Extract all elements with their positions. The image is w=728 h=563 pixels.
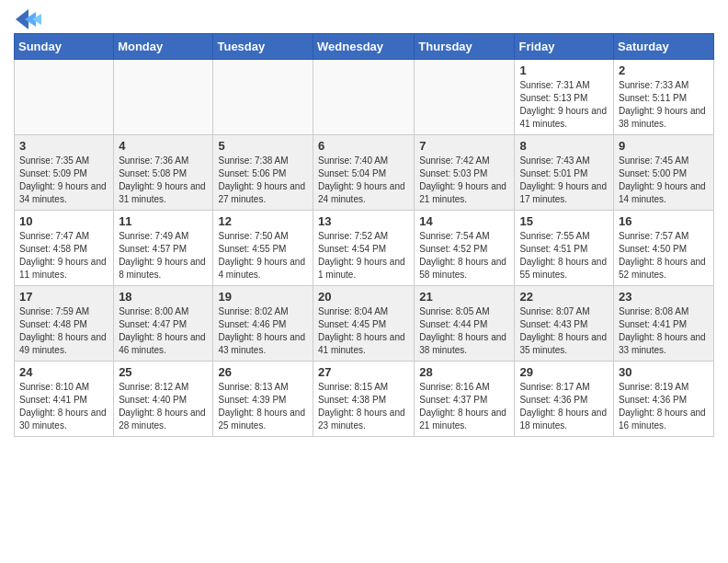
col-header-saturday: Saturday — [614, 34, 714, 60]
day-info: Sunrise: 7:47 AM Sunset: 4:58 PM Dayligh… — [19, 230, 108, 282]
day-info: Sunrise: 8:12 AM Sunset: 4:40 PM Dayligh… — [119, 381, 208, 432]
calendar-table: SundayMondayTuesdayWednesdayThursdayFrid… — [14, 33, 714, 437]
col-header-wednesday: Wednesday — [313, 34, 415, 60]
day-info: Sunrise: 8:07 AM Sunset: 4:43 PM Dayligh… — [519, 305, 609, 357]
day-info: Sunrise: 7:57 AM Sunset: 4:50 PM Dayligh… — [619, 230, 709, 282]
day-info: Sunrise: 8:04 AM Sunset: 4:45 PM Dayligh… — [318, 305, 409, 357]
day-number: 3 — [19, 139, 108, 153]
day-number: 24 — [19, 365, 108, 379]
logo-icon — [16, 9, 41, 29]
day-info: Sunrise: 8:05 AM Sunset: 4:44 PM Dayligh… — [419, 305, 509, 357]
day-info: Sunrise: 7:40 AM Sunset: 5:04 PM Dayligh… — [318, 155, 409, 206]
page: SundayMondayTuesdayWednesdayThursdayFrid… — [0, 0, 728, 446]
calendar-cell: 10Sunrise: 7:47 AM Sunset: 4:58 PM Dayli… — [15, 211, 114, 286]
day-number: 10 — [19, 214, 108, 228]
calendar-cell: 18Sunrise: 8:00 AM Sunset: 4:47 PM Dayli… — [114, 286, 213, 362]
calendar-cell: 12Sunrise: 7:50 AM Sunset: 4:55 PM Dayli… — [213, 211, 313, 286]
day-number: 7 — [419, 139, 509, 153]
day-info: Sunrise: 7:31 AM Sunset: 5:13 PM Dayligh… — [519, 79, 609, 131]
calendar-cell: 7Sunrise: 7:42 AM Sunset: 5:03 PM Daylig… — [415, 135, 515, 211]
day-number: 15 — [519, 214, 609, 228]
calendar-cell: 6Sunrise: 7:40 AM Sunset: 5:04 PM Daylig… — [313, 135, 415, 211]
day-number: 18 — [119, 290, 208, 304]
calendar-cell: 20Sunrise: 8:04 AM Sunset: 4:45 PM Dayli… — [313, 286, 415, 362]
day-info: Sunrise: 8:15 AM Sunset: 4:38 PM Dayligh… — [318, 381, 409, 432]
calendar-cell: 22Sunrise: 8:07 AM Sunset: 4:43 PM Dayli… — [515, 286, 614, 362]
calendar-cell: 4Sunrise: 7:36 AM Sunset: 5:08 PM Daylig… — [114, 135, 213, 211]
day-info: Sunrise: 8:02 AM Sunset: 4:46 PM Dayligh… — [218, 305, 308, 357]
day-number: 25 — [119, 365, 208, 379]
day-info: Sunrise: 8:19 AM Sunset: 4:36 PM Dayligh… — [619, 381, 709, 432]
day-number: 29 — [519, 365, 609, 379]
day-info: Sunrise: 7:33 AM Sunset: 5:11 PM Dayligh… — [619, 79, 709, 131]
day-info: Sunrise: 7:36 AM Sunset: 5:08 PM Dayligh… — [119, 155, 208, 206]
day-number: 26 — [218, 365, 308, 379]
day-number: 8 — [519, 139, 609, 153]
day-number: 4 — [119, 139, 208, 153]
calendar-cell: 23Sunrise: 8:08 AM Sunset: 4:41 PM Dayli… — [614, 286, 714, 362]
day-info: Sunrise: 7:42 AM Sunset: 5:03 PM Dayligh… — [419, 155, 509, 206]
calendar-cell: 19Sunrise: 8:02 AM Sunset: 4:46 PM Dayli… — [213, 286, 313, 362]
logo-line1 — [14, 9, 41, 29]
calendar-cell: 8Sunrise: 7:43 AM Sunset: 5:01 PM Daylig… — [515, 135, 614, 211]
day-number: 20 — [318, 290, 409, 304]
col-header-thursday: Thursday — [415, 34, 515, 60]
day-info: Sunrise: 7:43 AM Sunset: 5:01 PM Dayligh… — [519, 155, 609, 206]
logo — [14, 9, 41, 26]
calendar-cell: 9Sunrise: 7:45 AM Sunset: 5:00 PM Daylig… — [614, 135, 714, 211]
day-info: Sunrise: 8:00 AM Sunset: 4:47 PM Dayligh… — [119, 305, 208, 357]
calendar-cell: 30Sunrise: 8:19 AM Sunset: 4:36 PM Dayli… — [614, 362, 714, 437]
day-number: 30 — [619, 365, 709, 379]
day-info: Sunrise: 8:13 AM Sunset: 4:39 PM Dayligh… — [218, 381, 308, 432]
calendar-cell: 29Sunrise: 8:17 AM Sunset: 4:36 PM Dayli… — [515, 362, 614, 437]
calendar-cell: 27Sunrise: 8:15 AM Sunset: 4:38 PM Dayli… — [313, 362, 415, 437]
col-header-friday: Friday — [515, 34, 614, 60]
calendar-header-row: SundayMondayTuesdayWednesdayThursdayFrid… — [15, 34, 714, 60]
day-info: Sunrise: 7:38 AM Sunset: 5:06 PM Dayligh… — [218, 155, 308, 206]
calendar-cell: 26Sunrise: 8:13 AM Sunset: 4:39 PM Dayli… — [213, 362, 313, 437]
day-number: 11 — [119, 214, 208, 228]
day-number: 2 — [619, 63, 709, 77]
day-number: 5 — [218, 139, 308, 153]
day-number: 16 — [619, 214, 709, 228]
day-info: Sunrise: 8:16 AM Sunset: 4:37 PM Dayligh… — [419, 381, 509, 432]
calendar-cell: 5Sunrise: 7:38 AM Sunset: 5:06 PM Daylig… — [213, 135, 313, 211]
calendar-week-row: 24Sunrise: 8:10 AM Sunset: 4:41 PM Dayli… — [15, 362, 714, 437]
calendar-cell: 17Sunrise: 7:59 AM Sunset: 4:48 PM Dayli… — [15, 286, 114, 362]
day-info: Sunrise: 7:45 AM Sunset: 5:00 PM Dayligh… — [619, 155, 709, 206]
day-number: 22 — [519, 290, 609, 304]
day-number: 27 — [318, 365, 409, 379]
calendar-cell — [415, 60, 515, 135]
calendar-cell — [114, 60, 213, 135]
calendar-cell: 14Sunrise: 7:54 AM Sunset: 4:52 PM Dayli… — [415, 211, 515, 286]
calendar-cell: 16Sunrise: 7:57 AM Sunset: 4:50 PM Dayli… — [614, 211, 714, 286]
day-info: Sunrise: 8:10 AM Sunset: 4:41 PM Dayligh… — [19, 381, 108, 432]
day-number: 28 — [419, 365, 509, 379]
day-number: 23 — [619, 290, 709, 304]
day-number: 9 — [619, 139, 709, 153]
col-header-tuesday: Tuesday — [213, 34, 313, 60]
calendar-cell: 24Sunrise: 8:10 AM Sunset: 4:41 PM Dayli… — [15, 362, 114, 437]
col-header-monday: Monday — [114, 34, 213, 60]
calendar-week-row: 3Sunrise: 7:35 AM Sunset: 5:09 PM Daylig… — [15, 135, 714, 211]
day-info: Sunrise: 7:52 AM Sunset: 4:54 PM Dayligh… — [318, 230, 409, 282]
day-number: 21 — [419, 290, 509, 304]
calendar-cell: 21Sunrise: 8:05 AM Sunset: 4:44 PM Dayli… — [415, 286, 515, 362]
calendar-cell: 28Sunrise: 8:16 AM Sunset: 4:37 PM Dayli… — [415, 362, 515, 437]
calendar-week-row: 17Sunrise: 7:59 AM Sunset: 4:48 PM Dayli… — [15, 286, 714, 362]
day-info: Sunrise: 7:55 AM Sunset: 4:51 PM Dayligh… — [519, 230, 609, 282]
day-info: Sunrise: 7:54 AM Sunset: 4:52 PM Dayligh… — [419, 230, 509, 282]
calendar-week-row: 10Sunrise: 7:47 AM Sunset: 4:58 PM Dayli… — [15, 211, 714, 286]
calendar-cell — [213, 60, 313, 135]
calendar-cell — [313, 60, 415, 135]
calendar-cell: 15Sunrise: 7:55 AM Sunset: 4:51 PM Dayli… — [515, 211, 614, 286]
calendar-week-row: 1Sunrise: 7:31 AM Sunset: 5:13 PM Daylig… — [15, 60, 714, 135]
day-number: 19 — [218, 290, 308, 304]
calendar-cell: 2Sunrise: 7:33 AM Sunset: 5:11 PM Daylig… — [614, 60, 714, 135]
day-info: Sunrise: 7:35 AM Sunset: 5:09 PM Dayligh… — [19, 155, 108, 206]
day-number: 12 — [218, 214, 308, 228]
col-header-sunday: Sunday — [15, 34, 114, 60]
day-number: 6 — [318, 139, 409, 153]
day-number: 17 — [19, 290, 108, 304]
header — [14, 9, 714, 26]
